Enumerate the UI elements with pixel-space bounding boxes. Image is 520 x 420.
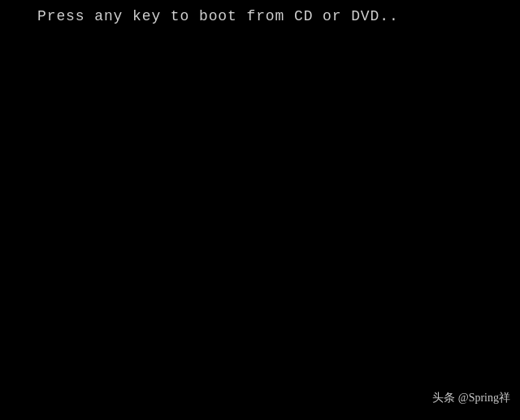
watermark: 头条 @Spring祥 <box>432 391 510 405</box>
boot-message: Press any key to boot from CD or DVD.. <box>37 8 399 24</box>
boot-screen: Press any key to boot from CD or DVD.. 头… <box>0 0 520 420</box>
